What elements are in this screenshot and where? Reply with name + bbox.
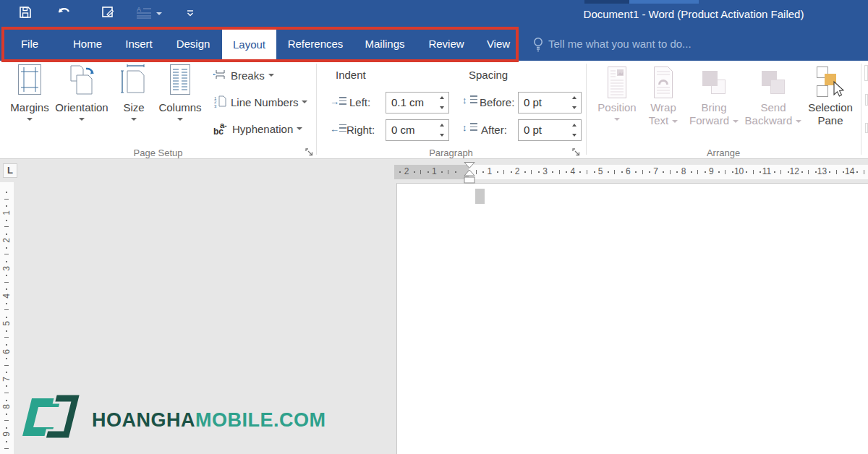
- orientation-label: Orientation: [55, 102, 108, 113]
- columns-button[interactable]: Columns: [158, 64, 203, 146]
- left-indent-marker[interactable]: [464, 177, 475, 183]
- send-backward-button[interactable]: Send Backward: [745, 64, 801, 146]
- undo-button[interactable]: [54, 4, 75, 24]
- ruler-tick: [608, 171, 609, 173]
- ruler-number: 5: [598, 167, 603, 176]
- wrap-text-button[interactable]: Wrap Text: [642, 64, 684, 146]
- tellme-box[interactable]: Tell me what you want to do...: [548, 27, 692, 61]
- size-label: Size: [123, 102, 144, 113]
- ruler-tick: [6, 317, 7, 318]
- spacing-before-label: Before:: [480, 92, 514, 113]
- spacing-before-field[interactable]: 0 pt: [518, 92, 582, 113]
- tab-stop-selector[interactable]: L: [3, 163, 17, 178]
- ruler-tick: [6, 220, 7, 221]
- ruler-number: 13: [817, 167, 827, 176]
- tab-design[interactable]: Design: [176, 27, 210, 61]
- edit-mode-button[interactable]: [97, 4, 119, 24]
- selection-pane-button[interactable]: Selection Pane: [804, 64, 856, 146]
- hanging-indent-marker[interactable]: [464, 170, 475, 176]
- indent-right-field[interactable]: 0 cm: [386, 119, 449, 141]
- spin-up-button[interactable]: [436, 93, 448, 103]
- size-icon: [120, 64, 148, 98]
- indent-markers[interactable]: [464, 162, 475, 187]
- ruler-number: 2: [515, 167, 520, 176]
- chevron-down-icon: [733, 120, 739, 123]
- ruler-tick: [801, 171, 803, 173]
- spin-down-button[interactable]: [569, 103, 580, 113]
- position-button[interactable]: Position: [596, 64, 638, 146]
- chevron-down-icon: [302, 100, 307, 103]
- ruler-tick: [482, 171, 484, 173]
- save-button[interactable]: [14, 4, 36, 24]
- ruler-number: 3: [542, 167, 548, 176]
- spacing-before-value[interactable]: 0 pt: [524, 93, 542, 113]
- tab-layout[interactable]: Layout: [222, 29, 276, 61]
- line-numbers-button[interactable]: 1 2 3 Line Numbers: [213, 93, 307, 111]
- ruler-tick: [6, 192, 7, 193]
- spacing-after-value[interactable]: 0 pt: [524, 120, 542, 140]
- indent-right-value[interactable]: 0 cm: [391, 120, 415, 140]
- ruler-tick: [566, 171, 567, 173]
- spacing-before-arrow: ↕: [462, 95, 467, 106]
- tab-mailings[interactable]: Mailings: [365, 27, 404, 61]
- ruler-tick: [6, 414, 7, 415]
- spin-up-button[interactable]: [436, 120, 448, 130]
- ruler-tick: [780, 170, 781, 174]
- ruler-tick: [6, 303, 7, 304]
- titlebar-accent-strip-light: [629, 0, 699, 4]
- document-page[interactable]: [396, 183, 868, 454]
- chevron-down-icon: [796, 120, 801, 123]
- tab-references[interactable]: References: [288, 27, 344, 61]
- orientation-button[interactable]: Orientation: [54, 64, 110, 146]
- ruler-tick: [4, 309, 9, 310]
- indent-heading: Indent: [336, 69, 366, 81]
- chevron-down-icon: [268, 74, 274, 77]
- size-button[interactable]: Size: [113, 64, 155, 146]
- ruler-number: 6: [2, 347, 12, 356]
- ruler-tick: [420, 170, 421, 174]
- breaks-label: Breaks: [231, 69, 265, 82]
- chevron-down-icon: [79, 118, 85, 121]
- customize-qat-icon: [186, 7, 195, 20]
- customize-qat-button[interactable]: [181, 4, 200, 24]
- ruler-number: 1: [2, 208, 12, 218]
- ruler-number: 9: [709, 167, 714, 176]
- tab-view[interactable]: View: [487, 27, 510, 61]
- breaks-button[interactable]: Breaks: [213, 67, 274, 84]
- ruler-tick: [843, 171, 844, 173]
- chevron-down-icon: [131, 118, 137, 121]
- tab-file[interactable]: File: [21, 27, 38, 61]
- word-window: A Document1 - Word (Product Activation F…: [0, 0, 868, 454]
- hyphenation-button[interactable]: a- bc Hyphenation: [213, 120, 302, 137]
- spacing-after-field[interactable]: 0 pt: [518, 119, 582, 141]
- tab-review[interactable]: Review: [428, 27, 464, 61]
- chevron-down-icon: [156, 12, 162, 15]
- tab-insert[interactable]: Insert: [125, 27, 153, 61]
- spin-down-button[interactable]: [436, 130, 448, 140]
- text-lines-glyph: [470, 123, 477, 131]
- send-backward-label-2: Backward: [745, 114, 802, 127]
- ruler-tick: [663, 171, 664, 173]
- spin-down-button[interactable]: [436, 103, 448, 113]
- selection-pane-label-2: Pane: [817, 114, 843, 127]
- tab-home[interactable]: Home: [73, 27, 102, 61]
- bring-forward-label-2-text: Forward: [689, 114, 729, 127]
- spin-up-button[interactable]: [569, 120, 580, 130]
- ruler-number: 3: [2, 264, 12, 273]
- margins-button[interactable]: Margins: [7, 64, 52, 146]
- indent-left-value[interactable]: 0.1 cm: [391, 93, 424, 113]
- ruler-tick: [6, 427, 7, 429]
- page-setup-dialog-launcher[interactable]: [305, 147, 314, 156]
- spin-down-button[interactable]: [569, 130, 580, 140]
- bring-forward-button[interactable]: Bring Forward: [687, 64, 741, 146]
- first-line-indent-marker[interactable]: [464, 163, 475, 168]
- indent-left-field[interactable]: 0.1 cm: [386, 92, 449, 113]
- spacing-after-arrow: ↕: [462, 122, 467, 133]
- styles-button[interactable]: A: [130, 4, 168, 24]
- styles-letter: A: [137, 6, 141, 13]
- ruler-number: 4: [570, 167, 575, 176]
- paragraph-dialog-launcher[interactable]: [571, 147, 581, 156]
- spin-up-button[interactable]: [569, 93, 580, 103]
- ruler-tick: [4, 337, 9, 338]
- indent-right-arrow: ←: [330, 124, 339, 134]
